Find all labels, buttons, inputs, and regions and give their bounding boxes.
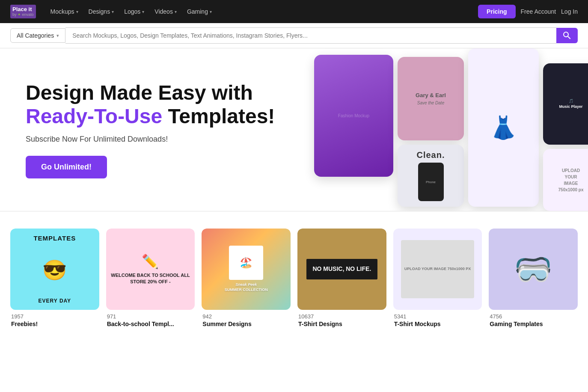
freebies-emoji: 😎 — [42, 258, 67, 282]
hero-card-dress: 👗 — [468, 48, 539, 207]
hero-subtitle: Subscribe Now For Unlimited Downloads! — [26, 135, 275, 144]
hero-card-invitation: Gary & Earl Save the Date — [398, 57, 464, 140]
nav-item-mockups[interactable]: Mockups ▾ — [46, 6, 83, 18]
nav-item-gaming[interactable]: Gaming ▾ — [183, 6, 216, 18]
invitation-subtext: Save the Date — [417, 101, 444, 105]
pricing-button[interactable]: Pricing — [478, 5, 515, 18]
go-unlimited-button[interactable]: Go Unlimited! — [26, 156, 107, 178]
nav-item-videos[interactable]: Videos ▾ — [150, 6, 181, 18]
gaming-person-emoji: 🥽 — [514, 254, 552, 285]
category-grid: TEMPLATES 😎 EVERY DAY 1957 Freebies! ✏️ … — [10, 229, 578, 327]
logo-box: Place it by ✦ envato — [10, 5, 36, 18]
hero-card-phone: Clean. Phone — [398, 145, 464, 207]
chevron-down-icon: ▾ — [76, 9, 78, 14]
hero-card-music: 🎵Music Player — [543, 63, 588, 145]
pencil-emoji: ✏️ — [142, 253, 159, 270]
category-card-freebies[interactable]: TEMPLATES 😎 EVERY DAY 1957 Freebies! — [10, 229, 99, 327]
mockup-placeholder: UPLOAD YOUR IMAGE 750x1000 PX — [401, 240, 474, 299]
free-account-button[interactable]: Free Account — [521, 8, 556, 15]
category-card-backschool[interactable]: ✏️ WELCOME BACK TO SCHOOL ALL STORE 20% … — [106, 229, 195, 327]
bts-text: WELCOME BACK TO SCHOOL ALL STORE 20% OFF… — [110, 272, 191, 285]
nav-item-designs[interactable]: Designs ▾ — [84, 6, 119, 18]
hero-card-tshirt: UPLOADYOURIMAGE750x1000 px — [543, 149, 588, 211]
tshirt-text-box: NO MUSIC, NO LIFE. — [306, 259, 377, 279]
chevron-down-icon: ▾ — [142, 9, 144, 14]
category-label: All Categories — [17, 32, 54, 39]
chevron-down-icon: ▾ — [210, 9, 212, 14]
hero-title: Design Made Easy with Ready-To-Use Templ… — [26, 81, 275, 128]
hero-collage: Fashion Mockup Gary & Earl Save the Date… — [301, 48, 588, 211]
search-icon — [563, 32, 571, 39]
logo[interactable]: Place it by ✦ envato — [10, 5, 36, 18]
nav-item-logos[interactable]: Logos ▾ — [120, 6, 148, 18]
category-card-summer[interactable]: 🏖️ Sneak Peek SUMMER COLLECTION 942 Summ… — [202, 229, 291, 327]
hero-text: Design Made Easy with Ready-To-Use Templ… — [26, 81, 275, 178]
category-section: TEMPLATES 😎 EVERY DAY 1957 Freebies! ✏️ … — [0, 211, 588, 344]
nav-right: Pricing Free Account Log In — [478, 5, 578, 18]
search-input[interactable] — [72, 32, 549, 39]
navbar: Place it by ✦ envato Mockups ▾ Designs ▾… — [0, 0, 588, 23]
summer-frame: 🏖️ — [229, 246, 263, 280]
hero-section: Design Made Easy with Ready-To-Use Templ… — [0, 48, 588, 211]
chevron-down-icon: ▾ — [175, 9, 177, 14]
search-button[interactable] — [556, 28, 578, 43]
chevron-down-icon: ▾ — [112, 9, 114, 14]
hero-card-fashion: Fashion Mockup — [314, 55, 393, 177]
search-bar: All Categories ▾ — [0, 23, 588, 48]
login-button[interactable]: Log In — [561, 8, 578, 15]
chevron-down-icon: ▾ — [56, 33, 59, 39]
logo-text: Place it — [12, 6, 34, 13]
invitation-text: Gary & Earl — [416, 92, 446, 99]
category-select[interactable]: All Categories ▾ — [10, 28, 65, 43]
hero-images: Fashion Mockup Gary & Earl Save the Date… — [301, 48, 588, 211]
nav-links: Mockups ▾ Designs ▾ Logos ▾ Videos ▾ Gam… — [46, 6, 475, 18]
logo-sub: by ✦ envato — [12, 12, 34, 17]
search-input-wrap — [65, 27, 556, 44]
category-card-tshirt-designs[interactable]: NO MUSIC, NO LIFE. 10637 T-Shirt Designs — [297, 229, 386, 327]
category-card-tshirt-mockups[interactable]: UPLOAD YOUR IMAGE 750x1000 PX 5341 T-Shi… — [393, 229, 482, 327]
category-card-gaming[interactable]: 🥽 4756 Gaming Templates — [489, 229, 578, 327]
